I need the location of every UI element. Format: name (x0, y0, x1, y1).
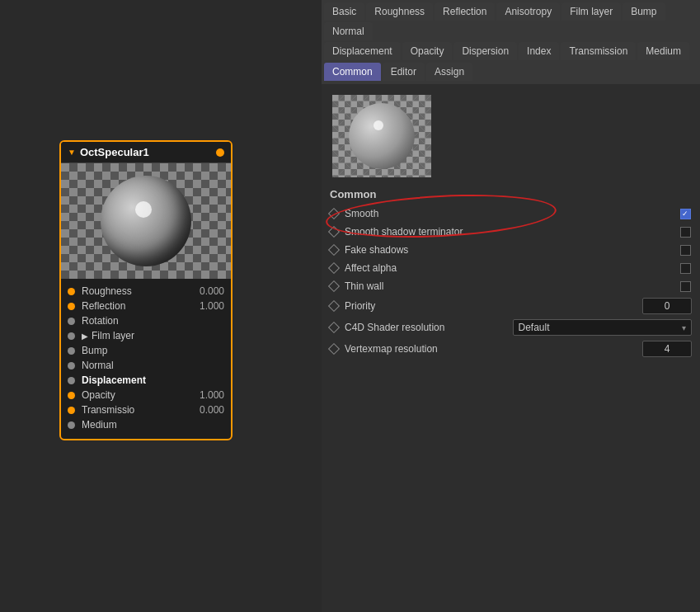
prop-dot-transmission[interactable] (68, 407, 75, 414)
tab-dispersion[interactable]: Dispersion (453, 42, 517, 60)
tab-normal[interactable]: Normal (324, 22, 373, 40)
node-title: OctSpecular1 (80, 146, 216, 158)
tab-opacity[interactable]: Opacity (402, 42, 453, 60)
tab-film-layer[interactable]: Film layer (561, 2, 621, 21)
tab-editor[interactable]: Editor (383, 63, 425, 81)
checkbox-thin-wall[interactable] (680, 281, 691, 292)
prop-label-priority: Priority (345, 300, 642, 312)
node-output-dot[interactable] (216, 148, 224, 157)
diamond-priority (328, 300, 340, 312)
prop-dot-film-layer[interactable] (68, 332, 75, 340)
diamond-vertexmap (328, 343, 340, 355)
checkbox-affect-alpha-wrapper[interactable] (679, 261, 692, 275)
prop-label-smooth-shadow: Smooth shadow terminator (345, 226, 679, 238)
checkbox-smooth-shadow[interactable] (680, 227, 691, 238)
c4d-shader-dropdown-arrow: ▾ (682, 323, 686, 332)
prop-value-opacity: 1.000 (200, 389, 224, 401)
node-prop-transmission[interactable]: Transmissio 0.000 (68, 403, 224, 417)
prop-label-fake-shadows: Fake shadows (345, 244, 679, 256)
prop-name-normal: Normal (82, 360, 224, 371)
diamond-smooth (328, 208, 340, 219)
checkbox-fake-shadows[interactable] (680, 245, 691, 256)
prop-label-smooth: Smooth (345, 208, 679, 219)
prop-dot-displacement[interactable] (68, 377, 75, 384)
prop-name-rotation: Rotation (82, 315, 224, 327)
sphere-circle (101, 176, 191, 266)
prop-row-thin-wall: Thin wall (330, 277, 692, 295)
node-prop-bump[interactable]: Bump (68, 343, 224, 358)
node-properties: Roughness 0.000 Reflection 1.000 Rotatio… (61, 279, 231, 439)
tab-reflection[interactable]: Reflection (435, 2, 495, 21)
prop-name-bump: Bump (82, 345, 224, 356)
prop-row-c4d-shader: C4D Shader resolution Default ▾ (330, 317, 692, 338)
prop-dot-normal[interactable] (68, 362, 75, 370)
sphere-highlight (135, 201, 152, 218)
prop-dot-reflection[interactable] (68, 303, 75, 310)
prop-dot-rotation[interactable] (68, 318, 75, 325)
prop-name-roughness: Roughness (82, 285, 200, 297)
tab-transmission[interactable]: Transmission (561, 42, 636, 60)
checkbox-smooth-shadow-wrapper[interactable] (679, 225, 692, 238)
checkbox-thin-wall-wrapper[interactable] (679, 280, 692, 293)
tab-anisotropy[interactable]: Anisotropy (496, 2, 560, 21)
tab-displacement[interactable]: Displacement (324, 42, 401, 60)
tab-index[interactable]: Index (519, 42, 559, 60)
priority-field[interactable]: 0 (642, 298, 692, 314)
prop-label-c4d-shader: C4D Shader resolution (345, 322, 513, 333)
prop-row-affect-alpha: Affect alpha (330, 259, 692, 277)
left-panel: ▼ OctSpecular1 Roughness 0.000 Reflect (0, 0, 322, 612)
tab-assign[interactable]: Assign (426, 63, 472, 81)
tab-bump[interactable]: Bump (622, 2, 665, 21)
diamond-affect-alpha (328, 262, 340, 274)
checkbox-smooth[interactable] (680, 209, 691, 219)
node-header: ▼ OctSpecular1 (61, 142, 231, 163)
node-prop-film-layer[interactable]: ▶ Film layer (68, 328, 224, 343)
node-collapse-arrow[interactable]: ▼ (68, 148, 76, 157)
node-preview (61, 163, 231, 279)
vertexmap-field[interactable]: 4 (642, 341, 692, 357)
prop-dot-roughness[interactable] (68, 288, 75, 295)
checkbox-affect-alpha[interactable] (680, 263, 691, 274)
node-prop-medium[interactable]: Medium (68, 417, 224, 432)
node-prop-opacity[interactable]: Opacity 1.000 (68, 388, 224, 403)
prop-label-affect-alpha: Affect alpha (345, 262, 679, 274)
tab-medium[interactable]: Medium (637, 42, 689, 60)
prop-name-displacement: Displacement (82, 374, 224, 386)
prop-dot-bump[interactable] (68, 347, 75, 355)
node-card[interactable]: ▼ OctSpecular1 Roughness 0.000 Reflect (59, 140, 233, 440)
node-prop-displacement[interactable]: Displacement (68, 373, 224, 388)
tabs-row-1: Basic Roughness Reflection Anisotropy Fi… (322, 0, 700, 40)
node-prop-roughness[interactable]: Roughness 0.000 (68, 284, 224, 299)
node-prop-rotation[interactable]: Rotation (68, 313, 224, 328)
right-sphere-highlight (373, 120, 383, 130)
tabs-row-3: Common Editor Assign (322, 63, 700, 84)
prop-label-thin-wall: Thin wall (345, 280, 679, 292)
film-layer-arrow: ▶ (82, 332, 88, 341)
right-sphere (349, 103, 415, 169)
prop-dot-medium[interactable] (68, 421, 75, 429)
prop-row-priority: Priority 0 (330, 295, 692, 317)
prop-value-reflection: 1.000 (200, 300, 224, 312)
prop-name-reflection: Reflection (82, 300, 200, 312)
node-prop-reflection[interactable]: Reflection 1.000 (68, 299, 224, 313)
checkbox-smooth-wrapper[interactable] (679, 207, 692, 220)
diamond-fake-shadows (328, 244, 340, 256)
common-section: Common Smooth Smooth shadow terminator F… (322, 184, 700, 364)
diamond-smooth-shadow (328, 226, 340, 238)
node-prop-normal[interactable]: Normal (68, 358, 224, 373)
tab-roughness[interactable]: Roughness (366, 2, 433, 21)
prop-value-roughness: 0.000 (200, 285, 224, 297)
diamond-c4d-shader (328, 322, 340, 333)
tab-common[interactable]: Common (324, 63, 381, 81)
prop-value-transmission: 0.000 (200, 404, 224, 416)
diamond-thin-wall (328, 280, 340, 292)
section-title: Common (330, 188, 692, 200)
prop-row-smooth: Smooth (330, 205, 692, 223)
prop-name-transmission: Transmissio (82, 404, 200, 416)
prop-name-medium: Medium (82, 419, 224, 431)
tabs-row-2: Displacement Opacity Dispersion Index Tr… (322, 40, 700, 63)
c4d-shader-dropdown[interactable]: Default ▾ (513, 319, 693, 336)
checkbox-fake-shadows-wrapper[interactable] (679, 243, 692, 257)
tab-basic[interactable]: Basic (324, 2, 364, 21)
prop-dot-opacity[interactable] (68, 392, 75, 399)
